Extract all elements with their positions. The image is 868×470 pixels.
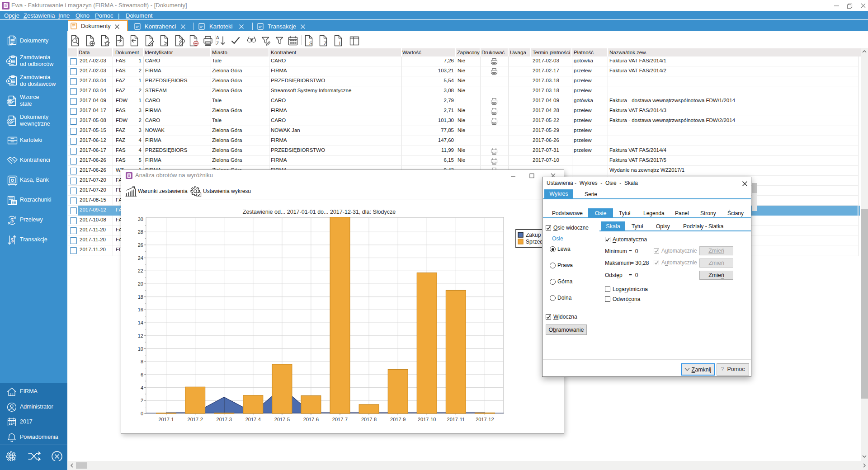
svg-text:2017-2: 2017-2 bbox=[188, 417, 203, 422]
svg-text:2017-5: 2017-5 bbox=[274, 417, 290, 422]
svg-text:$: $ bbox=[11, 237, 14, 244]
svg-text:2017-8: 2017-8 bbox=[361, 417, 377, 422]
svg-text:2017-7: 2017-7 bbox=[332, 417, 348, 422]
svg-text:4: 4 bbox=[141, 385, 143, 390]
svg-text:18: 18 bbox=[138, 294, 143, 300]
svg-text:28: 28 bbox=[138, 229, 143, 235]
svg-text:Zakup: Zakup bbox=[526, 232, 541, 238]
svg-text:A: A bbox=[216, 35, 219, 40]
svg-text:0: 0 bbox=[141, 411, 143, 416]
svg-text:26: 26 bbox=[138, 242, 143, 248]
svg-text:12: 12 bbox=[138, 333, 143, 338]
svg-text:Z: Z bbox=[324, 41, 327, 46]
svg-text:2017-4: 2017-4 bbox=[245, 417, 261, 422]
svg-text:2017-12: 2017-12 bbox=[476, 417, 494, 422]
svg-text:24: 24 bbox=[138, 255, 143, 261]
svg-text:2017-10: 2017-10 bbox=[418, 417, 436, 422]
svg-text:2017-1: 2017-1 bbox=[158, 417, 174, 422]
svg-text:16: 16 bbox=[138, 307, 143, 312]
svg-text:14: 14 bbox=[138, 320, 143, 325]
svg-text:Z: Z bbox=[216, 41, 219, 46]
svg-text:I: I bbox=[339, 41, 340, 46]
svg-text:Zestawienie od... 2017-01-01: Zestawienie od... 2017-01-01 do... 2017-… bbox=[243, 209, 396, 215]
svg-text:2017-9: 2017-9 bbox=[390, 417, 406, 422]
svg-text:8: 8 bbox=[141, 359, 143, 364]
svg-text:30: 30 bbox=[138, 216, 143, 222]
svg-text:2017-11: 2017-11 bbox=[447, 417, 465, 422]
svg-text:10: 10 bbox=[138, 346, 143, 352]
svg-text:$: $ bbox=[10, 217, 14, 224]
svg-text:S: S bbox=[309, 41, 312, 46]
svg-text:22: 22 bbox=[138, 268, 143, 273]
svg-text:2: 2 bbox=[141, 398, 143, 403]
svg-text:2017-6: 2017-6 bbox=[303, 417, 319, 422]
svg-text:20: 20 bbox=[138, 281, 143, 287]
svg-text:2017-3: 2017-3 bbox=[217, 417, 232, 422]
svg-text:6: 6 bbox=[141, 372, 143, 377]
